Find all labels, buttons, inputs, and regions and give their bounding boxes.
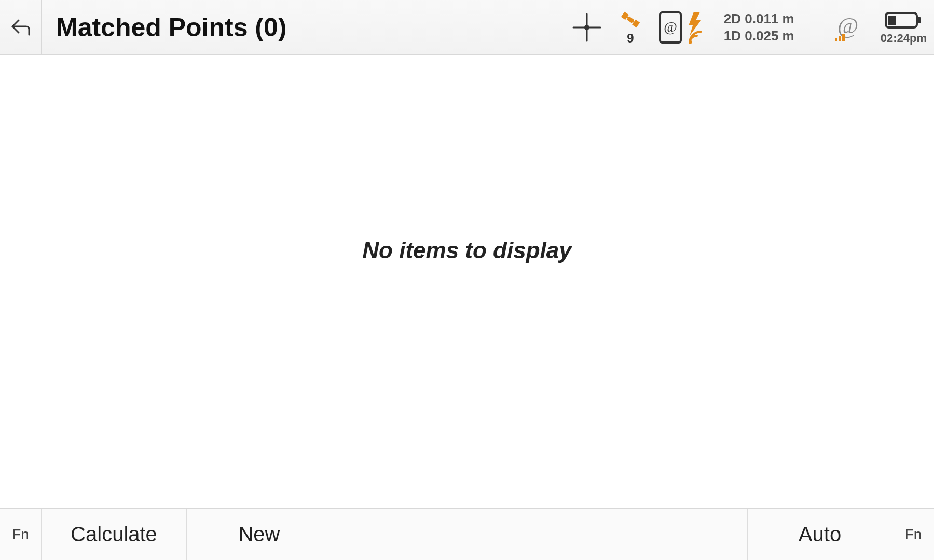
main-content: No items to display [0,55,934,508]
satellite-count: 9 [627,31,634,46]
fn-left-button[interactable]: Fn [0,509,42,560]
svg-line-7 [633,21,634,22]
svg-rect-15 [842,34,845,41]
device-connection-status[interactable]: @ [658,11,707,44]
device-icon: @ [658,11,682,44]
svg-point-11 [689,40,692,44]
footer-spacer [332,509,747,560]
header-bar: Matched Points (0) 9 [0,0,934,55]
calculate-button[interactable]: Calculate [42,509,187,560]
fn-right-button[interactable]: Fn [892,509,934,560]
svg-point-2 [584,25,589,30]
svg-rect-14 [839,36,841,41]
svg-line-6 [627,17,628,18]
svg-rect-17 [888,16,896,25]
svg-rect-18 [917,17,921,23]
empty-state-message: No items to display [362,237,571,326]
clock-time: 02:24pm [881,32,927,45]
footer-bar: Fn Calculate New Auto Fn [0,508,934,560]
accuracy-2d: 2D 0.011 m [724,11,794,26]
lightning-signal-icon [686,11,707,44]
accuracy-1d: 1D 0.025 m [724,29,794,44]
crosshair-status[interactable] [571,12,602,43]
battery-icon [884,10,923,31]
crosshair-icon [571,12,602,43]
satellite-status[interactable]: 9 [619,9,642,46]
auto-button[interactable]: Auto [747,509,892,560]
battery-time-status[interactable]: 02:24pm [881,10,927,45]
satellite-icon [619,9,642,30]
svg-rect-13 [835,38,837,41]
at-signal-icon: @ [832,11,864,44]
accuracy-status[interactable]: 2D 0.011 m 1D 0.025 m [724,11,794,43]
back-button[interactable] [0,0,42,54]
svg-text:@: @ [664,19,677,35]
page-title: Matched Points (0) [56,12,286,43]
status-cluster: 9 @ 2D 0.011 m 1D 0.025 m @ [571,9,929,46]
back-arrow-icon [8,15,33,40]
internet-status[interactable]: @ [832,11,864,44]
svg-text:@: @ [837,13,858,38]
new-button[interactable]: New [187,509,332,560]
